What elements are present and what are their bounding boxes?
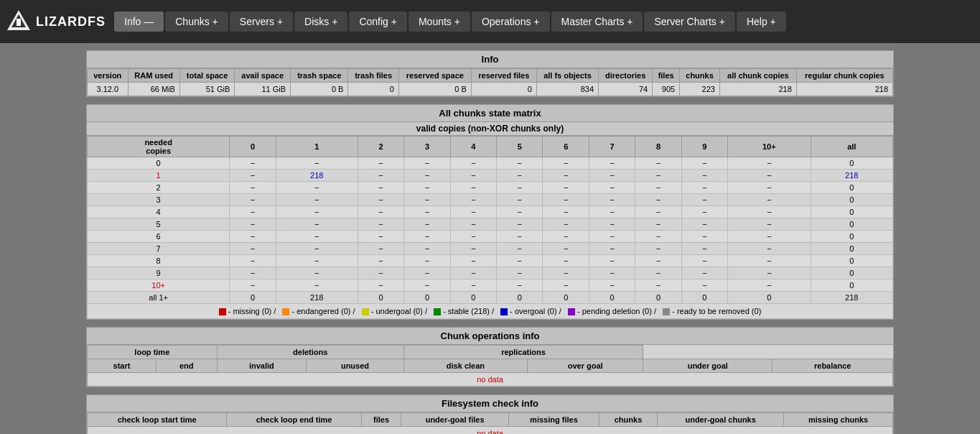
matrix-col-3: 3 <box>404 137 450 157</box>
nav-mounts[interactable]: Mounts + <box>409 11 470 32</box>
matrix-row-label-6: 6 <box>88 231 230 243</box>
info-title: Info <box>87 51 893 68</box>
matrix-col-1: 1 <box>276 137 358 157</box>
matrix-row-label-9: 9 <box>88 267 230 280</box>
info-val-chunks: 223 <box>680 83 720 96</box>
logo-text: LIZARDFS <box>36 14 106 29</box>
matrix-row-4: 4 −−−−−−−−−−−0 <box>88 206 893 218</box>
matrix-row-label-7: 7 <box>88 243 230 255</box>
matrix-col-2: 2 <box>358 137 403 157</box>
fs-col-undergoal-files: under-goal files <box>401 413 509 427</box>
matrix-col-0: 0 <box>230 137 276 157</box>
nav-chunks[interactable]: Chunks + <box>165 11 228 32</box>
info-col-dirs: directories <box>599 69 653 83</box>
info-col-all-chunk-copies: all chunk copies <box>719 69 796 83</box>
ops-rebalance: rebalance <box>773 359 893 373</box>
nav-disks[interactable]: Disks + <box>294 11 347 32</box>
info-row: 3.12.0 66 MiB 51 GiB 11 GiB 0 B 0 0 B 0 … <box>88 83 893 96</box>
ops-over-goal: over goal <box>528 359 643 373</box>
legend-overgoal-box <box>500 308 508 315</box>
info-val-dirs: 74 <box>599 83 653 96</box>
matrix-row-3: 3 −−−−−−−−−−−0 <box>88 194 893 206</box>
info-val-ram: 66 MiB <box>128 83 179 96</box>
nav-servers[interactable]: Servers + <box>230 11 293 32</box>
info-val-all-fs: 834 <box>536 83 598 96</box>
chunk-ops-section: Chunk operations info loop time deletion… <box>86 327 894 387</box>
info-col-ram: RAM used <box>128 69 179 83</box>
info-val-reserved: 0 B <box>398 83 471 96</box>
fs-check-table: check loop start time check loop end tim… <box>87 412 893 434</box>
nav-help[interactable]: Help + <box>737 11 786 32</box>
legend-pending-box <box>568 308 575 315</box>
matrix-row-label-4: 4 <box>88 206 230 218</box>
chunk-ops-nodata-row: no data <box>88 373 893 387</box>
info-val-reg-copies: 218 <box>796 83 892 96</box>
matrix-col-all: all <box>811 137 892 157</box>
ops-disk-clean: disk clean <box>403 359 527 373</box>
nav-config[interactable]: Config + <box>349 11 407 32</box>
matrix-legend: - missing (0) / - endangered (0) / - und… <box>88 304 893 319</box>
logo-icon <box>6 9 32 34</box>
fs-col-end: check loop end time <box>227 413 362 427</box>
loop-time-header: loop time <box>88 346 218 359</box>
matrix-row-7: 7 −−−−−−−−−−−0 <box>88 243 893 255</box>
nav-operations[interactable]: Operations + <box>472 11 550 32</box>
matrix-row-9: 9 −−−−−−−−−−−0 <box>88 267 893 280</box>
info-val-all-copies: 218 <box>719 83 796 96</box>
fs-nodata: no data <box>88 427 893 434</box>
info-table: version RAM used total space avail space… <box>87 68 893 96</box>
chunk-ops-table: loop time deletions replications start e… <box>87 345 893 387</box>
legend-ready-box <box>663 308 670 315</box>
main-content: Info version RAM used total space avail … <box>0 43 980 434</box>
legend-undergoal-box <box>362 308 369 315</box>
matrix-table: neededcopies 0 1 2 3 4 5 6 7 8 9 10+ all <box>87 136 893 319</box>
nav-server-charts[interactable]: Server Charts + <box>644 11 734 32</box>
legend-pending-text: - pending deletion (0) / <box>577 307 656 315</box>
info-val-version: 3.12.0 <box>88 83 129 96</box>
ops-unused: unused <box>307 359 404 373</box>
fs-col-files: files <box>361 413 401 427</box>
fs-col-undergoal-chunks: under-goal chunks <box>658 413 784 427</box>
info-col-files: files <box>653 69 680 83</box>
matrix-col-7: 7 <box>589 137 635 157</box>
nav-info[interactable]: Info — <box>114 11 164 32</box>
deletions-header: deletions <box>217 346 403 359</box>
info-col-reserved-files: reserved files <box>471 69 536 83</box>
chunk-ops-title: Chunk operations info <box>87 328 893 345</box>
ops-end: end <box>156 359 217 373</box>
matrix-row-8: 8 −−−−−−−−−−−0 <box>88 255 893 267</box>
svg-rect-2 <box>17 19 21 26</box>
info-col-reserved: reserved space <box>398 69 471 83</box>
matrix-col-8: 8 <box>635 137 681 157</box>
ops-invalid: invalid <box>217 359 307 373</box>
matrix-subtitle: valid copies (non-XOR chunks only) <box>87 122 893 136</box>
matrix-row-label-5: 5 <box>88 218 230 231</box>
legend-stable-box <box>434 308 441 315</box>
info-val-files: 905 <box>653 83 680 96</box>
matrix-col-needed: neededcopies <box>88 137 230 157</box>
matrix-row-label-all: all 1+ <box>88 292 230 304</box>
nav-master-charts[interactable]: Master Charts + <box>551 11 643 32</box>
info-col-regular-chunk-copies: regular chunk copies <box>796 69 892 83</box>
fs-col-chunks: chunks <box>599 413 657 427</box>
info-val-reserved-files: 0 <box>471 83 536 96</box>
info-col-version: version <box>88 69 129 83</box>
info-col-trash-files: trash files <box>348 69 398 83</box>
matrix-col-10plus: 10+ <box>728 137 811 157</box>
info-val-total: 51 GiB <box>179 83 234 96</box>
matrix-col-4: 4 <box>450 137 496 157</box>
legend-ready-text: - ready to be removed (0) <box>672 307 761 315</box>
ops-start: start <box>88 359 157 373</box>
legend-endangered-box <box>282 308 289 315</box>
matrix-row-10plus: 10+ −−−−−−−−−−−0 <box>88 280 893 292</box>
fs-check-title: Filesystem check info <box>87 395 893 412</box>
replications-header: replications <box>403 346 643 359</box>
info-col-chunks: chunks <box>680 69 720 83</box>
matrix-section: All chunks state matrix valid copies (no… <box>86 104 894 320</box>
matrix-col-5: 5 <box>497 137 543 157</box>
matrix-row-label-8: 8 <box>88 255 230 267</box>
matrix-row-label-2: 2 <box>88 182 230 194</box>
legend-missing-box <box>219 308 226 315</box>
matrix-row-2: 2 −−−−−−−−−−−0 <box>88 182 893 194</box>
fs-nodata-row: no data <box>88 427 893 434</box>
